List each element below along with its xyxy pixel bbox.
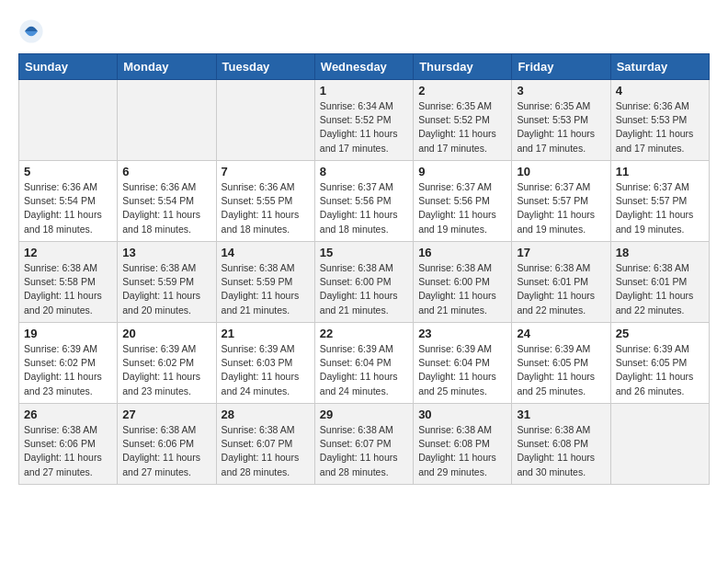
calendar-header: SundayMondayTuesdayWednesdayThursdayFrid… xyxy=(19,54,710,80)
calendar-cell: 5Sunrise: 6:36 AMSunset: 5:54 PMDaylight… xyxy=(19,161,118,242)
day-number: 28 xyxy=(222,408,310,421)
day-number: 22 xyxy=(320,327,408,340)
weekday-header-sunday: Sunday xyxy=(19,54,118,80)
day-number: 8 xyxy=(320,165,408,178)
day-number: 19 xyxy=(24,327,112,340)
day-info: Sunrise: 6:39 AMSunset: 6:03 PMDaylight:… xyxy=(222,342,310,398)
calendar-cell: 9Sunrise: 6:37 AMSunset: 5:56 PMDaylight… xyxy=(414,161,512,242)
calendar-cell: 30Sunrise: 6:38 AMSunset: 6:08 PMDayligh… xyxy=(414,404,512,485)
day-info: Sunrise: 6:38 AMSunset: 6:07 PMDaylight:… xyxy=(320,423,408,479)
calendar-cell: 2Sunrise: 6:35 AMSunset: 5:52 PMDaylight… xyxy=(414,80,512,161)
day-info: Sunrise: 6:39 AMSunset: 6:02 PMDaylight:… xyxy=(24,342,112,398)
day-info: Sunrise: 6:39 AMSunset: 6:04 PMDaylight:… xyxy=(418,342,506,398)
day-info: Sunrise: 6:39 AMSunset: 6:02 PMDaylight:… xyxy=(122,342,210,398)
day-info: Sunrise: 6:38 AMSunset: 6:08 PMDaylight:… xyxy=(418,423,506,479)
calendar-cell: 13Sunrise: 6:38 AMSunset: 5:59 PMDayligh… xyxy=(118,242,216,323)
day-number: 4 xyxy=(616,84,704,98)
day-number: 20 xyxy=(122,327,210,340)
day-number: 3 xyxy=(517,84,605,98)
calendar-week-row: 12Sunrise: 6:38 AMSunset: 5:58 PMDayligh… xyxy=(19,242,710,323)
day-info: Sunrise: 6:38 AMSunset: 6:08 PMDaylight:… xyxy=(517,423,605,479)
logo-icon xyxy=(18,18,44,44)
day-number: 23 xyxy=(418,327,506,340)
calendar-table: SundayMondayTuesdayWednesdayThursdayFrid… xyxy=(18,53,710,485)
day-info: Sunrise: 6:39 AMSunset: 6:05 PMDaylight:… xyxy=(616,342,704,398)
calendar-cell: 10Sunrise: 6:37 AMSunset: 5:57 PMDayligh… xyxy=(512,161,610,242)
day-number: 13 xyxy=(122,246,210,259)
calendar-cell: 29Sunrise: 6:38 AMSunset: 6:07 PMDayligh… xyxy=(314,404,413,485)
calendar-cell: 18Sunrise: 6:38 AMSunset: 6:01 PMDayligh… xyxy=(610,242,709,323)
day-info: Sunrise: 6:38 AMSunset: 5:58 PMDaylight:… xyxy=(24,261,112,317)
day-number: 11 xyxy=(616,165,704,178)
day-number: 16 xyxy=(418,246,506,259)
calendar-cell: 21Sunrise: 6:39 AMSunset: 6:03 PMDayligh… xyxy=(216,323,314,404)
calendar-cell: 24Sunrise: 6:39 AMSunset: 6:05 PMDayligh… xyxy=(512,323,610,404)
day-info: Sunrise: 6:38 AMSunset: 5:59 PMDaylight:… xyxy=(222,261,310,317)
page-header xyxy=(18,18,710,44)
day-info: Sunrise: 6:36 AMSunset: 5:53 PMDaylight:… xyxy=(616,99,704,155)
day-info: Sunrise: 6:38 AMSunset: 6:06 PMDaylight:… xyxy=(122,423,210,479)
day-info: Sunrise: 6:39 AMSunset: 6:04 PMDaylight:… xyxy=(320,342,408,398)
day-info: Sunrise: 6:35 AMSunset: 5:53 PMDaylight:… xyxy=(517,99,605,155)
calendar-cell: 22Sunrise: 6:39 AMSunset: 6:04 PMDayligh… xyxy=(314,323,413,404)
day-info: Sunrise: 6:37 AMSunset: 5:57 PMDaylight:… xyxy=(616,180,704,236)
day-number: 2 xyxy=(418,84,506,98)
calendar-cell: 28Sunrise: 6:38 AMSunset: 6:07 PMDayligh… xyxy=(216,404,314,485)
calendar-cell: 4Sunrise: 6:36 AMSunset: 5:53 PMDaylight… xyxy=(610,80,709,161)
weekday-header-row: SundayMondayTuesdayWednesdayThursdayFrid… xyxy=(19,54,710,80)
weekday-header-saturday: Saturday xyxy=(610,54,709,80)
calendar-cell: 17Sunrise: 6:38 AMSunset: 6:01 PMDayligh… xyxy=(512,242,610,323)
day-number: 18 xyxy=(616,246,704,259)
day-number: 7 xyxy=(222,165,310,178)
calendar-cell: 8Sunrise: 6:37 AMSunset: 5:56 PMDaylight… xyxy=(314,161,413,242)
calendar-cell: 15Sunrise: 6:38 AMSunset: 6:00 PMDayligh… xyxy=(314,242,413,323)
day-number: 14 xyxy=(222,246,310,259)
day-number: 30 xyxy=(418,408,506,421)
day-number: 1 xyxy=(320,84,408,98)
calendar-cell: 19Sunrise: 6:39 AMSunset: 6:02 PMDayligh… xyxy=(19,323,118,404)
calendar-cell xyxy=(118,80,216,161)
day-number: 27 xyxy=(122,408,210,421)
calendar-cell xyxy=(216,80,314,161)
calendar-week-row: 5Sunrise: 6:36 AMSunset: 5:54 PMDaylight… xyxy=(19,161,710,242)
calendar-cell: 7Sunrise: 6:36 AMSunset: 5:55 PMDaylight… xyxy=(216,161,314,242)
day-number: 21 xyxy=(222,327,310,340)
day-number: 10 xyxy=(517,165,605,178)
weekday-header-thursday: Thursday xyxy=(414,54,512,80)
day-info: Sunrise: 6:38 AMSunset: 6:07 PMDaylight:… xyxy=(222,423,310,479)
calendar-cell: 3Sunrise: 6:35 AMSunset: 5:53 PMDaylight… xyxy=(512,80,610,161)
calendar-body: 1Sunrise: 6:34 AMSunset: 5:52 PMDaylight… xyxy=(19,80,710,485)
calendar-cell xyxy=(610,404,709,485)
calendar-cell: 23Sunrise: 6:39 AMSunset: 6:04 PMDayligh… xyxy=(414,323,512,404)
day-info: Sunrise: 6:36 AMSunset: 5:55 PMDaylight:… xyxy=(222,180,310,236)
day-number: 5 xyxy=(24,165,112,178)
day-info: Sunrise: 6:38 AMSunset: 6:06 PMDaylight:… xyxy=(24,423,112,479)
day-number: 26 xyxy=(24,408,112,421)
calendar-week-row: 19Sunrise: 6:39 AMSunset: 6:02 PMDayligh… xyxy=(19,323,710,404)
weekday-header-tuesday: Tuesday xyxy=(216,54,314,80)
calendar-cell: 16Sunrise: 6:38 AMSunset: 6:00 PMDayligh… xyxy=(414,242,512,323)
day-info: Sunrise: 6:39 AMSunset: 6:05 PMDaylight:… xyxy=(517,342,605,398)
day-info: Sunrise: 6:38 AMSunset: 6:01 PMDaylight:… xyxy=(616,261,704,317)
day-info: Sunrise: 6:36 AMSunset: 5:54 PMDaylight:… xyxy=(122,180,210,236)
calendar-cell: 11Sunrise: 6:37 AMSunset: 5:57 PMDayligh… xyxy=(610,161,709,242)
calendar-cell: 26Sunrise: 6:38 AMSunset: 6:06 PMDayligh… xyxy=(19,404,118,485)
day-info: Sunrise: 6:38 AMSunset: 6:01 PMDaylight:… xyxy=(517,261,605,317)
day-info: Sunrise: 6:34 AMSunset: 5:52 PMDaylight:… xyxy=(320,99,408,155)
day-number: 17 xyxy=(517,246,605,259)
calendar-cell: 14Sunrise: 6:38 AMSunset: 5:59 PMDayligh… xyxy=(216,242,314,323)
day-info: Sunrise: 6:37 AMSunset: 5:57 PMDaylight:… xyxy=(517,180,605,236)
calendar-cell: 27Sunrise: 6:38 AMSunset: 6:06 PMDayligh… xyxy=(118,404,216,485)
day-info: Sunrise: 6:36 AMSunset: 5:54 PMDaylight:… xyxy=(24,180,112,236)
day-number: 9 xyxy=(418,165,506,178)
calendar-cell xyxy=(19,80,118,161)
weekday-header-friday: Friday xyxy=(512,54,610,80)
day-info: Sunrise: 6:35 AMSunset: 5:52 PMDaylight:… xyxy=(418,99,506,155)
calendar-cell: 25Sunrise: 6:39 AMSunset: 6:05 PMDayligh… xyxy=(610,323,709,404)
calendar-cell: 6Sunrise: 6:36 AMSunset: 5:54 PMDaylight… xyxy=(118,161,216,242)
calendar-cell: 12Sunrise: 6:38 AMSunset: 5:58 PMDayligh… xyxy=(19,242,118,323)
day-number: 31 xyxy=(517,408,605,421)
day-number: 15 xyxy=(320,246,408,259)
day-info: Sunrise: 6:38 AMSunset: 6:00 PMDaylight:… xyxy=(418,261,506,317)
calendar-week-row: 1Sunrise: 6:34 AMSunset: 5:52 PMDaylight… xyxy=(19,80,710,161)
